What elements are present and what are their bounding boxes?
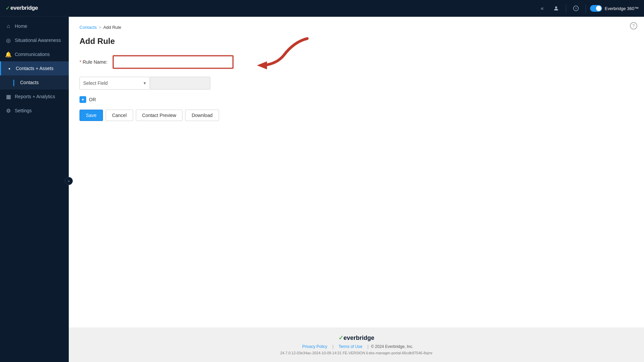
situational-awareness-icon: ◎ [5,37,11,43]
terms-of-use-link[interactable]: Terms of Use [338,344,362,349]
select-adjacent-area [150,77,210,89]
select-field-wrapper: Select Field ▼ [79,77,150,89]
sidebar-item-settings-label: Settings [15,108,32,113]
download-button[interactable]: Download [185,110,219,121]
sidebar-item-contacts-assets[interactable]: ● Contacts + Assets [0,61,69,75]
content-body: ? Contacts > Add Rule Add Rule * Rule Na… [69,17,644,327]
sidebar-collapse-button[interactable]: « [65,177,73,185]
required-star: * [79,59,81,65]
or-row: + OR [79,96,633,103]
help-header-icon[interactable]: ? [570,4,582,13]
footer-pipe-1: | [332,344,333,349]
footer-logo-check: ✓ [338,335,343,341]
svg-marker-3 [257,61,267,69]
sidebar-item-situational-awareness-label: Situational Awareness [15,38,61,43]
logo-text: everbridge [10,5,38,11]
action-buttons: Save Cancel Contact Preview Download [79,110,633,121]
privacy-policy-link[interactable]: Privacy Policy [302,344,327,349]
sidebar-navigation: ⌂ Home ◎ Situational Awareness 🔔 Communi… [0,16,69,362]
select-field-dropdown[interactable]: Select Field [79,77,150,89]
page-help-icon[interactable]: ? [630,22,637,29]
everbridge-360-toggle[interactable]: Everbridge 360™ [590,5,639,12]
header-divider-2 [586,4,586,12]
collapse-header-button[interactable]: « [538,4,546,13]
contacts-assets-icon: ● [6,65,12,71]
logo-checkmark-icon: ✓ [5,5,10,11]
rule-name-row: * Rule Name: [79,55,633,69]
sidebar-item-communications[interactable]: 🔔 Communications [0,47,69,61]
svg-point-0 [555,6,557,8]
top-header: « ? Everbridge 360™ [69,0,644,17]
sidebar-item-contacts-label: Contacts [20,80,39,85]
communications-icon: 🔔 [5,51,11,57]
sidebar-item-communications-label: Communications [15,52,50,57]
sidebar-item-contacts[interactable]: | Contacts [0,75,69,89]
reports-icon: ▦ [5,94,11,100]
header-divider-1 [566,4,566,12]
home-icon: ⌂ [5,23,11,29]
breadcrumb-separator: > [99,25,101,30]
sidebar-item-reports-analytics-label: Reports + Analytics [15,94,55,99]
cancel-button[interactable]: Cancel [106,110,133,121]
footer-logo-text: everbridge [343,335,374,341]
sidebar: ✓ everbridge ⌂ Home ◎ Situational Awaren… [0,0,69,362]
contact-preview-button[interactable]: Contact Preview [136,110,183,121]
sidebar-item-home[interactable]: ⌂ Home [0,19,69,33]
toggle-label: Everbridge 360™ [605,6,639,11]
footer: ✓everbridge Privacy Policy | Terms of Us… [69,327,644,362]
footer-pipe-2: | [367,344,368,349]
sidebar-item-home-label: Home [15,23,27,29]
breadcrumb-current: Add Rule [103,25,121,30]
sidebar-item-contacts-assets-label: Contacts + Assets [16,66,53,71]
footer-info-icon: ℹ [366,351,368,355]
page-content: ? Contacts > Add Rule Add Rule * Rule Na… [69,17,644,362]
footer-version: 24.7.0.12-03e34ac-2024-10-09-14:31 FE-VE… [75,351,637,355]
save-button[interactable]: Save [79,110,103,121]
sidebar-item-reports-analytics[interactable]: ▦ Reports + Analytics [0,89,69,104]
rule-name-input[interactable] [113,55,233,69]
page-title: Add Rule [79,37,633,46]
breadcrumb-parent[interactable]: Contacts [79,25,97,30]
or-plus-button[interactable]: + [79,96,86,103]
sidebar-item-settings[interactable]: ⚙ Settings [0,104,69,118]
sidebar-item-situational-awareness[interactable]: ◎ Situational Awareness [0,33,69,47]
sidebar-logo: ✓ everbridge [0,0,69,16]
footer-copyright: © 2024 Everbridge, Inc. [371,344,413,349]
svg-text:?: ? [575,7,577,10]
settings-icon: ⚙ [5,108,11,114]
user-icon[interactable] [550,4,562,13]
rule-name-label: * Rule Name: [79,59,107,65]
breadcrumb: Contacts > Add Rule [79,25,633,30]
footer-logo: ✓everbridge [75,334,637,342]
rule-name-input-wrapper [113,55,233,69]
toggle-thumb [596,6,601,11]
contacts-sub-icon: | [11,79,17,85]
footer-build: ebs-manager-portal-66cdb97546-8sjmr [369,351,433,355]
or-label: OR [89,97,96,102]
footer-links: Privacy Policy | Terms of Use | © 2024 E… [75,344,637,349]
select-field-row: Select Field ▼ [79,77,633,89]
content-area: ? Contacts > Add Rule Add Rule * Rule Na… [69,17,644,362]
main-wrapper: « ? Everbridge 360™ ? Contacts > [69,0,644,362]
toggle-track[interactable] [590,5,602,12]
